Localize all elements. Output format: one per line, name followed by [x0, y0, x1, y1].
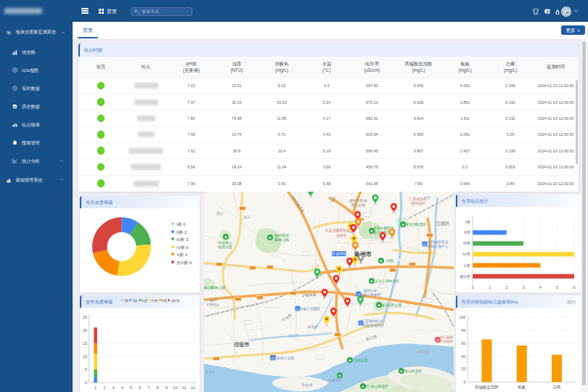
- svg-text:I类: I类: [465, 220, 470, 224]
- svg-text:森林公园: 森林公园: [274, 237, 289, 242]
- svg-text:梦幻之城: 梦幻之城: [351, 203, 364, 208]
- svg-text:5: 5: [556, 285, 558, 290]
- svg-text:氨氮: 氨氮: [518, 385, 526, 389]
- svg-text:3: 3: [112, 385, 114, 390]
- svg-text:5: 5: [130, 385, 132, 390]
- svg-text:♥: ♥: [437, 338, 439, 342]
- svg-text:大明寺: 大明寺: [336, 233, 347, 237]
- svg-text:0: 0: [85, 380, 87, 385]
- svg-text:利湖工业园: 利湖工业园: [277, 356, 294, 361]
- svg-text:60: 60: [461, 341, 465, 346]
- svg-text:总磷: 总磷: [552, 385, 561, 389]
- svg-text:5: 5: [85, 367, 87, 372]
- svg-text:劣V类: 劣V类: [460, 274, 470, 279]
- svg-text:润扬湿地: 润扬湿地: [328, 377, 342, 383]
- svg-text:10: 10: [83, 354, 87, 359]
- svg-text:6: 6: [139, 385, 141, 390]
- svg-text:4: 4: [121, 385, 123, 390]
- svg-text:仪征市: 仪征市: [234, 341, 250, 348]
- svg-text:胥家沟: 胥家沟: [205, 369, 215, 374]
- svg-text:12: 12: [191, 385, 195, 390]
- svg-text:◫: ◫: [271, 356, 274, 360]
- svg-text:江都区: 江都区: [436, 221, 450, 226]
- svg-text:西庄: 西庄: [216, 211, 224, 216]
- svg-text:地质公园: 地质公园: [217, 245, 232, 250]
- svg-text:1: 1: [488, 285, 490, 290]
- svg-text:茱萸湾风景区: 茱萸湾风景区: [406, 222, 427, 227]
- svg-text:朴席镇: 朴席镇: [307, 324, 319, 329]
- svg-text:高锰酸盐指数: 高锰酸盐指数: [475, 385, 499, 390]
- svg-text:7: 7: [147, 385, 150, 390]
- svg-text:II类: II类: [464, 230, 470, 234]
- svg-text:3: 3: [522, 285, 524, 290]
- svg-text:世业镇: 世业镇: [301, 383, 313, 387]
- svg-text:枢纽交通中心: 枢纽交通中心: [428, 244, 449, 248]
- svg-text:9: 9: [166, 385, 168, 390]
- svg-text:江苏旅游职业: 江苏旅游职业: [362, 319, 383, 324]
- svg-text:2: 2: [103, 385, 105, 390]
- svg-text:闸管理所: 闸管理所: [411, 201, 425, 206]
- svg-text:镇江金山风景区: 镇江金山风景区: [363, 385, 388, 388]
- svg-text:III类: III类: [462, 241, 470, 245]
- svg-text:铜山森林公园: 铜山森林公园: [204, 285, 225, 290]
- svg-text:8: 8: [156, 385, 158, 390]
- svg-text:2: 2: [505, 285, 507, 290]
- svg-text:运河三湾风景区: 运河三湾风景区: [375, 279, 399, 283]
- svg-text:1: 1: [94, 385, 97, 390]
- svg-text:瓜州古渡: 瓜州古渡: [354, 358, 367, 363]
- svg-text:100: 100: [459, 315, 465, 319]
- svg-text:扬州东部客运: 扬州东部客运: [428, 240, 449, 245]
- svg-text:15: 15: [83, 341, 87, 346]
- svg-text:0: 0: [463, 380, 465, 384]
- svg-text:学院(新校区): 学院(新校区): [362, 323, 383, 328]
- svg-text:80: 80: [461, 328, 465, 332]
- svg-text:25: 25: [83, 315, 87, 319]
- svg-text:焦山风景区: 焦山风景区: [404, 369, 422, 373]
- svg-text:V类: V类: [463, 264, 470, 268]
- svg-text:6: 6: [573, 285, 575, 290]
- svg-text:朱庄: 朱庄: [243, 215, 250, 219]
- svg-text:11: 11: [182, 385, 187, 390]
- svg-text:4: 4: [539, 285, 541, 290]
- svg-text:40: 40: [461, 354, 465, 359]
- svg-text:人民路段: 人民路段: [417, 350, 430, 354]
- svg-text:10: 10: [173, 385, 177, 390]
- svg-text:◫: ◫: [296, 307, 299, 311]
- svg-text:20: 20: [461, 367, 465, 371]
- svg-text:20: 20: [83, 328, 87, 332]
- svg-text:华扬工业园区: 华扬工业园区: [300, 306, 321, 311]
- svg-text:0: 0: [471, 285, 473, 290]
- svg-text:IV类: IV类: [462, 252, 470, 256]
- svg-text:产业园区: 产业园区: [440, 339, 454, 343]
- svg-text:◫: ◫: [357, 293, 360, 296]
- svg-text:◫: ◫: [423, 242, 426, 246]
